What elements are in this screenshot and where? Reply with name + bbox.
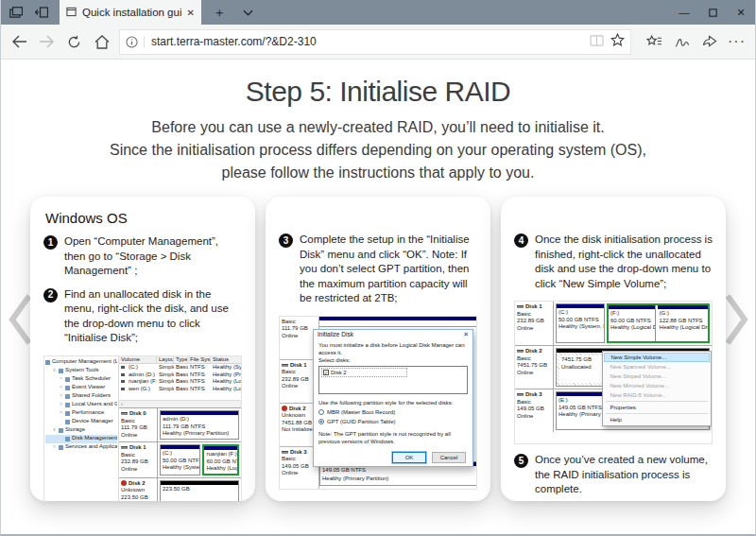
volume-row[interactable]: (C:)SimpleBasicNTFSHealthy (System, Boo	[119, 364, 241, 372]
disk-2-row: Disk 2 Unknown223.50 GB 223.50 GB	[119, 477, 241, 502]
tree-item[interactable]: >Task Scheduler	[45, 375, 117, 384]
disk-error-icon	[121, 480, 127, 486]
dialog-note: Note: The GPT partition style is not rec…	[318, 430, 460, 445]
volume-row[interactable]: wen (G:)SimpleBasicNTFSHealthy (Logical …	[119, 386, 241, 393]
menu-separator	[606, 413, 708, 414]
card-windows-step-3: 3 Complete the setup in the “Initialise …	[266, 197, 490, 501]
subtitle-line: please follow the instructions that appl…	[1, 162, 755, 184]
dialog-intro: You must initialize a disk before Logica…	[318, 341, 468, 356]
step-3: 3 Complete the setup in the “Initialise …	[279, 233, 477, 306]
tab-title: Quick installation guide	[82, 7, 181, 18]
tree-item[interactable]: >Services and Applications	[45, 443, 117, 452]
highlight-box: ruanjian (F:)60.00 GB NTFSHealthy (Logic…	[202, 444, 239, 475]
menu-new-raid5-volume: New RAID-5 Volume...	[604, 390, 710, 400]
partition[interactable]: (C:)50.00 GB NTFSHealthy (System, Boot, …	[160, 444, 200, 475]
menu-separator	[606, 401, 708, 402]
browser-tab[interactable]: Quick installation guide ✕	[60, 0, 201, 25]
disk-0-row: Disk 0 Basic111.79 GBOnline admin (D:)11…	[119, 407, 241, 441]
set-tabs-aside-icon[interactable]	[9, 7, 23, 18]
step-1-text: Open “Computer Management”, then go to “…	[64, 234, 242, 279]
select-disks-label: Select disks:	[318, 356, 468, 364]
partition[interactable]: (F:)60.00 GB NTFSHealthy (Logical Dr	[609, 305, 656, 341]
mbr-radio[interactable]: MBR (Master Boot Record)	[318, 408, 468, 416]
browser-window: Quick installation guide ✕ ＋ — ✕	[0, 0, 756, 536]
device-manager-icon	[65, 420, 70, 424]
home-button[interactable]	[88, 28, 115, 56]
url-text[interactable]: start.terra-master.com/?&D2-310	[145, 35, 583, 48]
partition[interactable]: ruanjian (F:)60.00 GB NTFSHealthy (Logic…	[204, 446, 237, 474]
menu-new-simple-volume[interactable]: New Simple Volume...	[604, 353, 710, 362]
tab-close-icon[interactable]: ✕	[187, 8, 195, 18]
tree-item[interactable]: >Event Viewer	[45, 384, 117, 392]
forward-button[interactable]	[33, 28, 60, 56]
refresh-button[interactable]	[60, 28, 88, 56]
gpt-radio[interactable]: GPT (GUID Partition Table)	[318, 418, 468, 425]
folder-icon	[59, 369, 63, 373]
tree-item[interactable]: >Local Users and Groups	[45, 401, 117, 409]
computer-icon	[45, 360, 50, 365]
disk-1-row: Disk 1 Basic232.89 GBOnline (C:)50.00 GB…	[515, 302, 712, 345]
volume-row[interactable]: admin (D:)SimpleBasicNTFSHealthy (Primar…	[119, 372, 241, 379]
ok-button[interactable]: OK	[392, 452, 426, 463]
dialog-title: Initialize Disk	[318, 331, 353, 338]
minimize-button[interactable]: —	[670, 0, 698, 25]
disk-icon	[121, 446, 128, 449]
cancel-button[interactable]: Cancel	[432, 452, 466, 463]
tab-preview-chevron-icon[interactable]	[235, 0, 261, 25]
horizontal-scrollbar[interactable]: ‹	[119, 400, 241, 407]
page-icon	[66, 7, 77, 19]
partition[interactable]: admin (D:)111.79 GB NTFSHealthy (Primary…	[160, 410, 239, 440]
tree-item[interactable]: vStorage	[45, 426, 117, 435]
context-menu: New Simple Volume... New Spanned Volume.…	[602, 351, 712, 426]
menu-help[interactable]: Help	[604, 415, 710, 424]
tree-item[interactable]: Device Manager	[45, 418, 117, 426]
disk-select-list[interactable]: ✓ Disk 2	[318, 366, 468, 394]
disk-icon	[517, 305, 524, 308]
menu-new-spanned-volume: New Spanned Volume...	[604, 362, 710, 372]
tree-item[interactable]: >Performance	[45, 409, 117, 418]
disk-2-checkbox[interactable]: ✓	[323, 370, 329, 375]
volume-row[interactable]: ruanjian (F:)SimpleBasicNTFSHealthy (Log…	[119, 378, 241, 386]
disk-icon	[282, 451, 288, 454]
reading-view-icon[interactable]	[583, 33, 610, 50]
page-subtitle: Before you can use a newly-created RAID,…	[1, 116, 755, 184]
address-bar[interactable]: start.terra-master.com/?&D2-310	[119, 29, 631, 55]
new-tab-button[interactable]: ＋	[201, 0, 235, 25]
web-note-pen-icon[interactable]	[668, 28, 696, 56]
os-heading: Windows OS	[45, 210, 242, 226]
share-icon[interactable]	[696, 28, 723, 56]
disk-management-pane: VolumeLayoutTypeFile SystemStatus (C:)Si…	[119, 356, 241, 502]
favorites-hub-icon[interactable]	[641, 28, 668, 56]
tree-item-disk-management[interactable]: Disk Management	[45, 435, 117, 443]
menu-properties[interactable]: Properties	[604, 403, 710, 412]
partition-unallocated[interactable]: 223.50 GB	[160, 480, 239, 502]
volume-table-header: VolumeLayoutTypeFile SystemStatus	[119, 356, 241, 365]
event-viewer-icon	[65, 386, 70, 390]
screenshot-new-simple-volume: Disk 1 Basic232.89 GBOnline (C:)50.00 GB…	[514, 301, 713, 444]
services-icon	[59, 445, 63, 450]
page-title: Step 5: Initialise RAID	[1, 76, 755, 108]
screenshot-disk-management: Computer Management (Local vSystem Tools…	[43, 355, 242, 502]
favorite-star-icon[interactable]	[610, 33, 625, 50]
maximize-button[interactable]	[698, 0, 727, 25]
disk-management-icon	[65, 437, 70, 441]
step-1: 1 Open “Computer Management”, then go to…	[43, 234, 242, 279]
tree-item[interactable]: >Shared Folders	[45, 392, 117, 401]
disk-icon	[517, 393, 524, 396]
tabs-preview-icon[interactable]	[35, 7, 48, 18]
tree-item[interactable]: vSystem Tools	[45, 367, 117, 375]
dialog-close-icon[interactable]: ✕	[463, 331, 469, 338]
page-content: Step 5: Initialise RAID Before you can u…	[1, 60, 755, 534]
step-3-badge: 3	[279, 233, 293, 248]
disk-2-option[interactable]: ✓ Disk 2	[321, 368, 407, 377]
partition[interactable]: (G:)122.88 GB NTFSHealthy (Logical Driv	[658, 305, 708, 341]
step-4: 4 Once the disk initialisation process i…	[514, 233, 713, 291]
window-titlebar: Quick installation guide ✕ ＋ — ✕	[1, 0, 755, 25]
back-button[interactable]	[6, 28, 33, 56]
close-button[interactable]: ✕	[727, 0, 755, 25]
step-4-badge: 4	[514, 233, 528, 248]
tree-item[interactable]: Computer Management (Local	[45, 358, 117, 367]
site-info-icon[interactable]	[126, 36, 145, 48]
partition[interactable]: (C:)50.00 GB NTFSHealthy (System, B	[556, 303, 605, 343]
more-menu-icon[interactable]: ···	[723, 28, 750, 56]
